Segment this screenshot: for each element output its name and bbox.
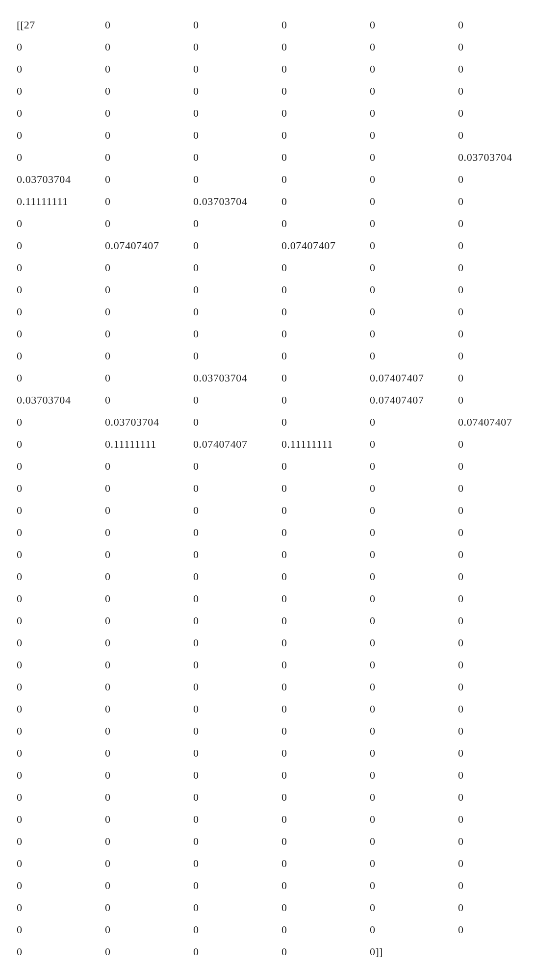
matrix-cell: 0 xyxy=(458,720,543,742)
matrix-cell: 0 xyxy=(281,168,370,190)
matrix-cell: 0 xyxy=(193,918,281,941)
matrix-cell: 0 xyxy=(458,234,543,256)
matrix-cell: 0 xyxy=(370,477,458,499)
matrix-row: 000000 xyxy=(17,654,543,676)
matrix-cell: 0 xyxy=(281,786,370,808)
matrix-cell: 0 xyxy=(17,411,105,433)
matrix-cell: 0 xyxy=(105,212,193,234)
matrix-cell: 0.03703704 xyxy=(458,146,543,168)
matrix-row: 000000 xyxy=(17,587,543,610)
matrix-cell: 0 xyxy=(370,212,458,234)
matrix-cell: 0 xyxy=(458,676,543,698)
matrix-cell: 0 xyxy=(370,543,458,565)
matrix-cell: 0 xyxy=(281,654,370,676)
matrix-cell: 0 xyxy=(17,212,105,234)
matrix-row: 000000 xyxy=(17,301,543,323)
matrix-row: 000000 xyxy=(17,58,543,80)
matrix-cell: 0 xyxy=(193,36,281,58)
matrix-cell: 0 xyxy=(105,698,193,720)
matrix-cell: 0 xyxy=(193,720,281,742)
matrix-row: 000000 xyxy=(17,742,543,764)
matrix-cell: 0 xyxy=(458,80,543,102)
matrix-cell: 0 xyxy=(17,676,105,698)
matrix-cell: 0 xyxy=(193,874,281,896)
matrix-row: 000000 xyxy=(17,896,543,918)
matrix-cell: 0 xyxy=(17,742,105,764)
matrix-cell: 0 xyxy=(458,896,543,918)
matrix-cell: 0 xyxy=(17,124,105,146)
matrix-cell: 0 xyxy=(281,808,370,830)
matrix-cell: 0 xyxy=(105,941,193,963)
matrix-cell: 0 xyxy=(17,301,105,323)
matrix-cell: 0 xyxy=(458,301,543,323)
matrix-cell: 0 xyxy=(193,676,281,698)
matrix-cell: 0 xyxy=(193,499,281,521)
matrix-cell: 0.03703704 xyxy=(193,190,281,212)
matrix-cell: 0 xyxy=(281,830,370,852)
matrix-row: 000000 xyxy=(17,565,543,587)
matrix-cell: 0 xyxy=(458,654,543,676)
matrix-row: 000000 xyxy=(17,852,543,874)
matrix-cell: 0 xyxy=(370,565,458,587)
matrix-cell: 0.07407407 xyxy=(105,234,193,256)
matrix-cell: 0 xyxy=(193,234,281,256)
matrix-cell: 0 xyxy=(458,830,543,852)
matrix-cell: 0 xyxy=(458,323,543,345)
matrix-cell: 0 xyxy=(193,830,281,852)
matrix-cell: 0 xyxy=(370,168,458,190)
matrix-cell: 0 xyxy=(370,654,458,676)
matrix-cell: 0 xyxy=(193,58,281,80)
matrix-cell: 0 xyxy=(281,941,370,963)
matrix-cell: 0 xyxy=(105,102,193,124)
matrix-cell: 0 xyxy=(370,499,458,521)
matrix-cell: 0 xyxy=(370,433,458,455)
matrix-cell: 0 xyxy=(17,80,105,102)
matrix-cell: 0 xyxy=(17,632,105,654)
matrix-cell: 0 xyxy=(105,477,193,499)
matrix-cell: 0 xyxy=(370,14,458,36)
matrix-cell: 0 xyxy=(281,565,370,587)
matrix-cell: 0 xyxy=(17,874,105,896)
matrix-cell: 0 xyxy=(193,212,281,234)
matrix-cell: 0 xyxy=(193,345,281,367)
matrix-cell: 0 xyxy=(193,587,281,610)
matrix-cell: 0 xyxy=(105,852,193,874)
matrix-cell: 0 xyxy=(281,632,370,654)
matrix-cell: 0 xyxy=(370,632,458,654)
matrix-cell: [[27 xyxy=(17,14,105,36)
matrix-cell: 0 xyxy=(370,345,458,367)
matrix-cell: 0 xyxy=(281,58,370,80)
matrix-cell: 0 xyxy=(17,830,105,852)
matrix-cell: 0 xyxy=(105,742,193,764)
matrix-cell: 0 xyxy=(370,852,458,874)
matrix-cell: 0 xyxy=(193,124,281,146)
matrix-cell: 0 xyxy=(193,742,281,764)
matrix-cell: 0 xyxy=(193,80,281,102)
matrix-cell: 0 xyxy=(370,301,458,323)
matrix-row: 000000 xyxy=(17,521,543,543)
matrix-cell: 0 xyxy=(105,543,193,565)
matrix-cell: 0 xyxy=(105,36,193,58)
matrix-cell: 0 xyxy=(281,190,370,212)
matrix-cell: 0 xyxy=(193,102,281,124)
array-output: [[27000000000000000000000000000000000000… xyxy=(0,0,560,968)
matrix-cell: 0 xyxy=(281,389,370,411)
matrix-cell: 0 xyxy=(105,786,193,808)
matrix-cell: 0.03703704 xyxy=(17,168,105,190)
matrix-cell: 0.03703704 xyxy=(105,411,193,433)
matrix-cell: 0 xyxy=(281,720,370,742)
matrix-cell: 0 xyxy=(17,345,105,367)
matrix-row: 000000 xyxy=(17,102,543,124)
matrix-row: 000000.03703704 xyxy=(17,146,543,168)
matrix-cell: 0 xyxy=(458,345,543,367)
matrix-cell: 0 xyxy=(17,102,105,124)
matrix-cell: 0 xyxy=(105,830,193,852)
matrix-cell: 0 xyxy=(458,455,543,477)
matrix-cell: 0 xyxy=(458,212,543,234)
matrix-cell: 0 xyxy=(17,786,105,808)
matrix-row: 000000 xyxy=(17,786,543,808)
matrix-cell: 0 xyxy=(370,455,458,477)
matrix-cell: 0 xyxy=(281,146,370,168)
matrix-cell: 0 xyxy=(281,212,370,234)
matrix-cell: 0 xyxy=(193,565,281,587)
